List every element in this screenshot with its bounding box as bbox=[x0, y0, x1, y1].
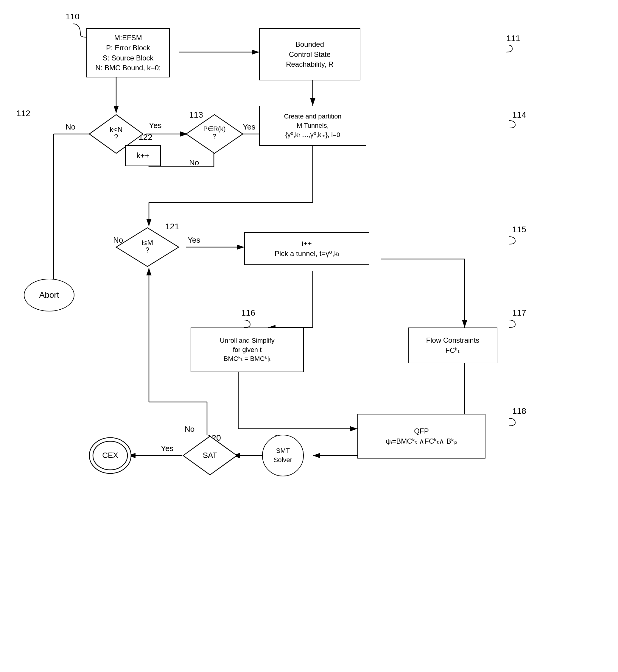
svg-text:Yes: Yes bbox=[188, 235, 200, 244]
svg-text:111: 111 bbox=[506, 34, 520, 43]
svg-text:Yes: Yes bbox=[243, 122, 255, 131]
svg-text:?: ? bbox=[145, 246, 149, 254]
svg-text:P∈R(k): P∈R(k) bbox=[203, 125, 225, 132]
start-box: M:EFSM P: Error Block S: Source Block N:… bbox=[86, 28, 170, 78]
unroll-simplify-box: Unroll and Simplify for given t BMCᵏₜ = … bbox=[191, 328, 304, 372]
svg-text:No: No bbox=[185, 425, 195, 434]
flow-constraints-box: Flow Constraints FCᵏₜ bbox=[408, 328, 497, 363]
svg-text:116: 116 bbox=[241, 308, 255, 317]
svg-text:?: ? bbox=[213, 132, 216, 140]
i-le-m-diamond: i≤M ? bbox=[115, 226, 180, 268]
svg-text:?: ? bbox=[114, 133, 118, 141]
bounded-control-box: Bounded Control State Reachability, R bbox=[259, 28, 360, 80]
smt-solver-circle: SMT Solver bbox=[262, 435, 304, 476]
svg-text:CEX: CEX bbox=[102, 451, 118, 460]
qfp-box: QFP ψᵢ=BMCᵏₜ ∧FCᵏₜ∧ Bᵏₚ bbox=[357, 414, 486, 458]
svg-text:k<N: k<N bbox=[110, 125, 122, 133]
svg-text:117: 117 bbox=[512, 308, 526, 317]
p-in-r-diamond: P∈R(k) ? bbox=[185, 113, 244, 155]
svg-text:Yes: Yes bbox=[161, 444, 173, 453]
svg-text:115: 115 bbox=[512, 225, 526, 234]
svg-text:114: 114 bbox=[512, 110, 526, 119]
svg-text:112: 112 bbox=[16, 109, 30, 118]
k-increment-box: k++ bbox=[125, 145, 161, 166]
svg-text:SAT: SAT bbox=[203, 451, 217, 460]
svg-text:No: No bbox=[66, 122, 75, 131]
abort-circle: Abort bbox=[24, 279, 75, 312]
svg-text:118: 118 bbox=[512, 407, 526, 416]
svg-text:110: 110 bbox=[66, 12, 80, 21]
flowchart-diagram: 112 113 114 115 116 117 118 119 120 121 … bbox=[0, 0, 618, 672]
svg-text:No: No bbox=[189, 158, 199, 167]
create-partition-box: Create and partition M Tunnels, {γ⁰,k₁,.… bbox=[259, 106, 366, 146]
arrows-overlay: 112 113 114 115 116 117 118 119 120 121 … bbox=[0, 0, 618, 672]
cex-circle: CEX bbox=[86, 435, 134, 476]
pick-tunnel-box: i++ Pick a tunnel, t=γ⁰,kᵢ bbox=[244, 232, 369, 265]
svg-text:i≤M: i≤M bbox=[142, 238, 153, 246]
sat-diamond: SAT bbox=[182, 435, 238, 476]
svg-text:Yes: Yes bbox=[149, 121, 162, 130]
